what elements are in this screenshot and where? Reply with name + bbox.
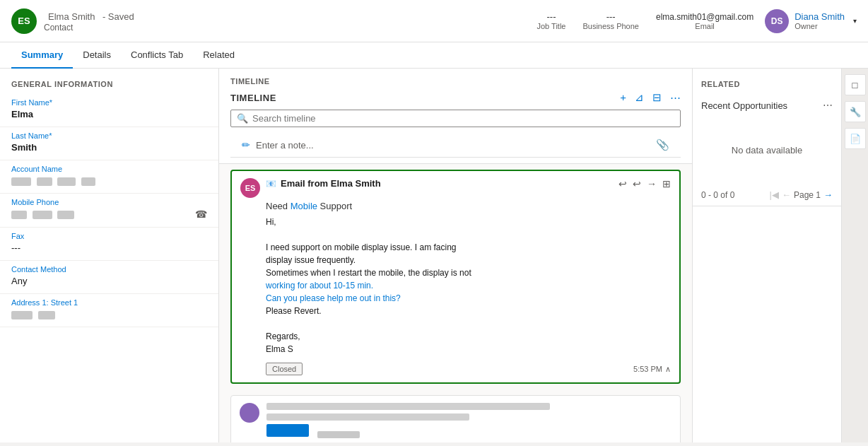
search-icon: 🔍 [237,113,248,124]
timeline-section-label: TIMELINE [230,77,681,86]
header: ES Elma Smith - Saved Contact --- Job Ti… [0,0,868,42]
user-info: Diana Smith Owner [794,11,845,30]
address-value [11,309,207,319]
main-layout: GENERAL INFORMATION First Name* Elma Las… [0,69,868,442]
email-actions: ↩ ↩ → ⊞ [618,178,671,189]
blurred-badge [266,424,309,437]
page-label: Page 1 [794,190,821,200]
job-title-field: --- Job Title [536,11,565,30]
right-toolbar: □ 🔧 📄 [841,69,868,442]
contact-method-value: Any [11,276,207,286]
nav-tabs: Summary Details Conflicts Tab Related [0,42,868,69]
toolbar-doc-btn[interactable]: 📄 [845,128,866,149]
blurred-item-content [266,403,671,439]
prev-page-btn[interactable]: ← [782,189,791,200]
email-card: ES 📧 Email from Elma Smith ↩ ↩ → ⊞ Need … [230,170,681,384]
note-input-placeholder: Enter a note... [256,140,650,151]
toolbar-square-btn[interactable]: □ [845,74,866,95]
email-header-content: 📧 Email from Elma Smith [266,178,381,189]
header-fields: --- Job Title --- Business Phone elma.sm… [536,11,753,30]
expand-icon[interactable]: ⊞ [662,178,671,189]
add-timeline-icon[interactable]: + [620,91,626,104]
pagination-controls: |◀ ← Page 1 → [770,189,833,200]
fax-field: Fax --- [0,228,218,261]
contact-avatar: ES [11,8,37,34]
blurred-time [317,431,360,438]
closed-button[interactable]: Closed [266,363,303,375]
email-header-left: ES 📧 Email from Elma Smith [240,178,618,198]
next-page-btn[interactable]: → [823,189,833,200]
last-name-value: Smith [11,142,207,153]
mobile-phone-label: Mobile Phone [11,198,207,206]
user-profile[interactable]: DS Diana Smith Owner ▾ [765,9,857,33]
mobile-phone-row: ☎ [11,209,207,220]
more-timeline-icon[interactable]: ⋯ [670,91,681,104]
blurred-timeline-item [230,395,681,442]
toolbar-wrench-btn[interactable]: 🔧 [845,101,866,122]
related-section-title-row: Recent Opportunities ⋯ [693,94,841,117]
center-panel: TIMELINE Timeline + ⊿ ⊟ ⋯ 🔍 ✏ Enter a no… [219,69,693,442]
mobile-phone-value [11,209,77,220]
email-footer: Closed 5:53 PM ∧ [266,363,671,375]
left-panel: GENERAL INFORMATION First Name* Elma Las… [0,69,219,442]
account-name-field: Account Name [0,160,218,194]
tab-related[interactable]: Related [193,42,245,69]
opportunities-label: Recent Opportunities [701,100,787,111]
email-time: 5:53 PM ∧ [633,365,671,374]
blurred-line-2 [266,413,469,421]
search-input[interactable] [252,113,674,124]
related-opportunities-section: Recent Opportunities ⋯ No data available… [693,94,841,206]
pagination-row: 0 - 0 of 0 |◀ ← Page 1 → [693,184,841,206]
timeline-header: TIMELINE Timeline + ⊿ ⊟ ⋯ 🔍 ✏ Enter a no… [219,69,692,164]
list-timeline-icon[interactable]: ⊟ [652,91,662,104]
account-name-label: Account Name [11,165,207,173]
reply-icon[interactable]: ↩ [618,178,627,189]
first-page-btn[interactable]: |◀ [770,189,779,200]
general-info-header: GENERAL INFORMATION [0,69,218,94]
filter-timeline-icon[interactable]: ⊿ [635,91,644,104]
contact-method-field: Contact Method Any [0,261,218,294]
email-subject-highlight: Mobile [291,201,317,211]
tab-conflicts[interactable]: Conflicts Tab [121,42,193,69]
email-body: Hi, I need support on mobile display iss… [266,216,671,356]
related-more-icon[interactable]: ⋯ [823,100,833,111]
right-panel: RELATED Recent Opportunities ⋯ No data a… [693,69,841,442]
last-name-field: Last Name* Smith [0,127,218,160]
fax-value: --- [11,242,207,253]
timeline-search-box[interactable]: 🔍 [230,110,681,127]
email-subject: Need Mobile Support [266,201,671,211]
email-from-label: Email from Elma Smith [281,178,381,189]
tab-details[interactable]: Details [73,42,121,69]
user-dropdown-chevron[interactable]: ▾ [853,17,857,25]
first-name-value: Elma [11,109,207,119]
entity-type: Contact [44,23,536,33]
blurred-item-avatar [240,403,259,423]
last-name-label: Last Name* [11,131,207,140]
email-from-row: 📧 Email from Elma Smith [266,178,381,189]
reply-all-icon[interactable]: ↩ [633,178,641,189]
timeline-title-row: Timeline + ⊿ ⊟ ⋯ [230,91,681,104]
tab-summary[interactable]: Summary [11,42,73,69]
chevron-up-icon[interactable]: ∧ [665,365,671,374]
blurred-badge-row [266,424,671,439]
address-label: Address 1: Street 1 [11,298,207,307]
no-data-label: No data available [693,117,841,184]
note-row[interactable]: ✏ Enter a note... 📎 [230,133,681,158]
contact-method-label: Contact Method [11,265,207,274]
forward-icon[interactable]: → [647,178,657,189]
first-name-field: First Name* Elma [0,94,218,127]
email-field-header: elma.smith01@gmail.com Email [656,12,753,30]
mobile-phone-field: Mobile Phone ☎ [0,194,218,228]
first-name-label: First Name* [11,98,207,107]
phone-icon[interactable]: ☎ [195,209,207,220]
attachment-icon[interactable]: 📎 [656,139,669,151]
user-avatar: DS [765,9,789,33]
business-phone-field: --- Business Phone [582,11,639,30]
email-sender-avatar: ES [240,178,260,198]
fax-label: Fax [11,232,207,240]
pagination-count: 0 - 0 of 0 [701,190,734,200]
contact-name: Elma Smith - Saved [44,10,536,23]
email-icon: 📧 [266,179,276,189]
address-field: Address 1: Street 1 [0,294,218,327]
pencil-icon: ✏ [242,139,250,151]
